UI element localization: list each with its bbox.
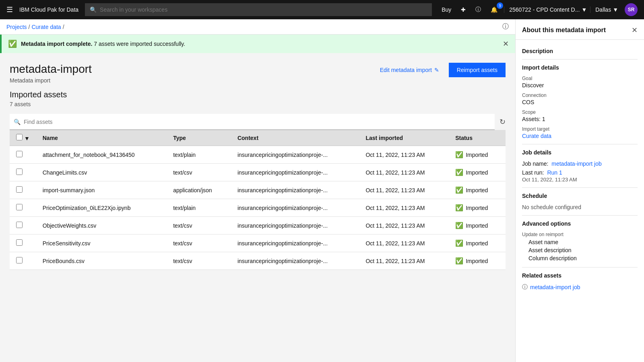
row-checkbox-0[interactable] [16, 151, 23, 157]
breadcrumb-curate-data[interactable]: Curate data [31, 24, 61, 30]
status-check-icon-4: ✅ [455, 222, 463, 229]
select-all-checkbox[interactable] [16, 134, 23, 140]
divider-4 [522, 215, 638, 216]
edit-metadata-import-button[interactable]: Edit metadata import ✎ [375, 64, 444, 76]
row-type-2: application/json [167, 181, 231, 199]
divider-3 [522, 187, 638, 188]
search-input[interactable] [100, 6, 427, 13]
account-chevron-icon: ▼ [581, 6, 587, 13]
col-header-status: Status [449, 130, 506, 146]
row-checkbox-cell-1[interactable] [10, 164, 36, 181]
row-name-0: attachment_for_notebook_94136450 [36, 146, 167, 164]
row-checkbox-cell-5[interactable] [10, 234, 36, 252]
row-date-5: Oct 11, 2022, 11:23 AM [359, 234, 449, 252]
row-name-4: ObjectiveWeights.csv [36, 217, 167, 234]
find-assets-input[interactable] [24, 119, 491, 125]
add-icon[interactable]: ✚ [458, 5, 469, 14]
row-checkbox-6[interactable] [16, 257, 23, 263]
related-asset-link-0[interactable]: metadata-import job [530, 284, 580, 290]
region-selector[interactable]: Dallas ▼ [590, 6, 618, 13]
row-context-6: insurancepricingoptimizationproje-... [231, 252, 359, 270]
status-label-6: Imported [466, 258, 488, 264]
row-status-0: ✅ Imported [449, 146, 506, 164]
job-name-value[interactable]: metadata-import job [551, 160, 602, 167]
row-context-1: insurancepricingoptimizationproje-... [231, 164, 359, 181]
assets-section-title: Imported assets [10, 90, 506, 99]
row-checkbox-cell-3[interactable] [10, 199, 36, 217]
alert-message-bold: Metadata import complete. [21, 41, 92, 47]
row-type-1: text/csv [167, 164, 231, 181]
alert-detail: 7 assets were imported successfully. [92, 41, 185, 47]
scope-value: Assets: 1 [522, 116, 638, 122]
job-name-label: Job name: [522, 160, 548, 167]
related-assets-list: ⓘmetadata-import job [522, 284, 638, 291]
breadcrumb-sep-2: / [63, 24, 64, 30]
panel-title: About this metadata import [522, 27, 606, 34]
table-row: attachment_for_notebook_94136450 text/pl… [10, 146, 506, 164]
advanced-option-2: Column description [522, 254, 638, 262]
col-header-last-imported: Last imported [359, 130, 449, 146]
row-checkbox-cell-4[interactable] [10, 217, 36, 234]
row-type-4: text/csv [167, 217, 231, 234]
brand-name: IBM Cloud Pak for Data [19, 6, 78, 13]
row-checkbox-3[interactable] [16, 204, 23, 210]
row-date-4: Oct 11, 2022, 11:23 AM [359, 217, 449, 234]
account-name: 2560722 - CPD Content D... [509, 6, 580, 13]
import-target-value[interactable]: Curate data [522, 133, 551, 139]
help-icon[interactable]: ⓘ [472, 4, 484, 15]
col-header-type: Type [167, 130, 231, 146]
last-run-label: Last run: [522, 169, 544, 176]
row-date-0: Oct 11, 2022, 11:23 AM [359, 146, 449, 164]
row-checkbox-cell-6[interactable] [10, 252, 36, 270]
row-type-6: text/csv [167, 252, 231, 270]
reimport-assets-button[interactable]: Reimport assets [449, 63, 506, 77]
row-status-3: ✅ Imported [449, 199, 506, 217]
row-status-2: ✅ Imported [449, 181, 506, 199]
row-checkbox-cell-2[interactable] [10, 181, 36, 199]
page-header: metadata-import Metadata import Edit met… [0, 53, 515, 90]
row-checkbox-4[interactable] [16, 222, 23, 228]
divider-5 [522, 267, 638, 267]
row-checkbox-5[interactable] [16, 239, 23, 246]
page-title: metadata-import [10, 63, 92, 76]
checkbox-chevron-icon[interactable]: ▼ [24, 135, 30, 142]
row-status-4: ✅ Imported [449, 217, 506, 234]
global-search[interactable]: 🔍 [85, 3, 432, 16]
refresh-icon[interactable]: ↻ [500, 117, 506, 126]
advanced-options-list: Asset nameAsset descriptionColumn descri… [522, 238, 638, 262]
row-name-2: import-summary.json [36, 181, 167, 199]
update-on-reimport-label: Update on reimport [522, 232, 638, 237]
hamburger-menu-icon[interactable]: ☰ [6, 5, 13, 14]
row-checkbox-cell-0[interactable] [10, 146, 36, 164]
breadcrumb-projects[interactable]: Projects [6, 24, 27, 30]
schedule-value: No schedule configured [522, 204, 638, 210]
avatar[interactable]: SR [625, 3, 638, 16]
top-navigation: ☰ IBM Cloud Pak for Data 🔍 Buy ✚ ⓘ 🔔 9 2… [0, 0, 644, 19]
alert-text: Metadata import complete. 7 assets were … [21, 41, 185, 47]
row-type-0: text/plain [167, 146, 231, 164]
goal-value: Discover [522, 82, 638, 88]
row-checkbox-1[interactable] [16, 169, 23, 175]
alert-close-button[interactable]: ✕ [503, 39, 509, 48]
status-label-0: Imported [466, 152, 488, 158]
search-bar: 🔍 ↻ [10, 114, 506, 130]
content-area: Projects / Curate data / ⓘ ✅ Metadata im… [0, 19, 515, 362]
page-actions: Edit metadata import ✎ Reimport assets [375, 63, 506, 77]
status-check-icon-6: ✅ [455, 257, 463, 265]
last-run-value[interactable]: Run 1 [547, 169, 562, 176]
buy-button[interactable]: Buy [438, 5, 454, 14]
info-icon[interactable]: ⓘ [502, 23, 509, 31]
breadcrumb-sep-1: / [29, 24, 30, 30]
status-check-icon-3: ✅ [455, 204, 463, 212]
row-context-2: insurancepricingoptimizationproje-... [231, 181, 359, 199]
edit-label: Edit metadata import [380, 67, 432, 73]
select-all-checkbox-cell[interactable]: ▼ [10, 130, 36, 146]
row-checkbox-2[interactable] [16, 186, 23, 193]
table-row: PriceOptimization_0iLE22Xjo.ipynb text/p… [10, 199, 506, 217]
account-selector[interactable]: 2560722 - CPD Content D... ▼ [504, 6, 587, 13]
notifications-button[interactable]: 🔔 9 [487, 5, 501, 14]
panel-close-button[interactable]: ✕ [632, 26, 638, 35]
status-check-icon-0: ✅ [455, 151, 463, 158]
divider-2 [522, 144, 638, 144]
find-assets-search[interactable]: 🔍 [10, 114, 495, 130]
